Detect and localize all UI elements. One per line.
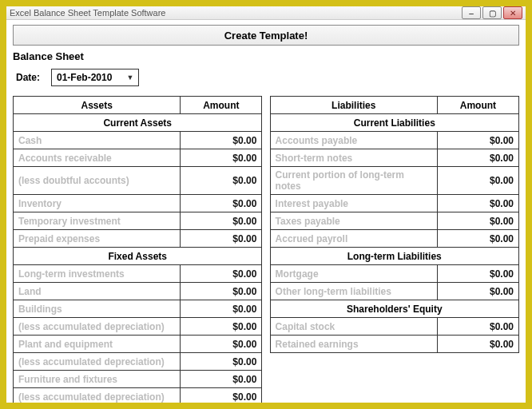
other-lt-amount: $0.00 <box>437 283 518 300</box>
amount-header-right: Amount <box>437 97 518 114</box>
less-dep2-amount: $0.00 <box>181 353 262 371</box>
row-furniture: Furniture and fixtures <box>14 371 181 388</box>
row-doubtful: (less doubtful accounts) <box>14 167 181 195</box>
amount-header-left: Amount <box>181 97 262 114</box>
assets-header: Assets <box>14 97 181 114</box>
cur-lt-amount: $0.00 <box>437 167 518 195</box>
buildings-amount: $0.00 <box>181 300 262 318</box>
table-row: Temporary investment $0.00 Taxes payable… <box>14 212 519 230</box>
row-accrued: Accrued payroll <box>270 230 437 248</box>
doubtful-amount: $0.00 <box>181 167 262 195</box>
minimize-button[interactable]: – <box>462 6 481 19</box>
table-row: (less accumulated depreciation) $0.00 <box>14 353 519 371</box>
table-row: Furniture and fixtures $0.00 <box>14 371 519 388</box>
prepaid-amount: $0.00 <box>181 230 262 248</box>
row-acct-payable: Accounts payable <box>270 132 437 149</box>
table-row: Inventory $0.00 Interest payable $0.00 <box>14 195 519 212</box>
table-row: Buildings $0.00 Shareholders' Equity <box>14 300 519 318</box>
row-lt-invest: Long-term investments <box>14 265 181 283</box>
ar-amount: $0.00 <box>181 149 262 167</box>
titlebar: Excel Balance Sheet Template Software – … <box>6 6 526 20</box>
acct-payable-amount: $0.00 <box>437 132 518 149</box>
date-picker[interactable]: 01-Feb-2010 ▼ <box>51 69 139 86</box>
row-less-dep1: (less accumulated depreciation) <box>14 318 181 336</box>
taxes-amount: $0.00 <box>437 212 518 230</box>
row-land: Land <box>14 283 181 300</box>
window-title: Excel Balance Sheet Template Software <box>10 8 462 18</box>
window-controls: – ▢ ✕ <box>462 6 522 19</box>
balance-sheet-table: Assets Amount Liabilities Amount Current… <box>13 96 519 406</box>
table-row: Long-term investments $0.00 Mortgage $0.… <box>14 265 519 283</box>
group-row-current: Current Assets Current Liabilities <box>14 114 519 132</box>
table-row: (less accumulated depreciation) $0.00 Ca… <box>14 318 519 336</box>
inventory-amount: $0.00 <box>181 195 262 212</box>
liabilities-header: Liabilities <box>270 97 437 114</box>
date-row: Date: 01-Feb-2010 ▼ <box>16 69 519 86</box>
close-button[interactable]: ✕ <box>503 6 522 19</box>
table-row: (less doubtful accounts) $0.00 Current p… <box>14 167 519 195</box>
row-plant-equip: Plant and equipment <box>14 336 181 353</box>
row-inventory: Inventory <box>14 195 181 212</box>
short-notes-amount: $0.00 <box>437 149 518 167</box>
maximize-button[interactable]: ▢ <box>482 6 502 19</box>
group-row-fixed: Fixed Assets Long-term Liabilities <box>14 248 519 265</box>
table-row: Plant and equipment $0.00 Retained earni… <box>14 336 519 353</box>
minimize-icon: – <box>469 9 474 18</box>
retained-amount: $0.00 <box>437 336 518 353</box>
plant-equip-amount: $0.00 <box>181 336 262 353</box>
row-ar: Accounts receivable <box>14 149 181 167</box>
row-retained: Retained earnings <box>270 336 437 353</box>
shareholders-equity-group: Shareholders' Equity <box>270 300 518 318</box>
table-row: Accounts receivable $0.00 Short-term not… <box>14 149 519 167</box>
maximize-icon: ▢ <box>489 9 496 18</box>
row-taxes: Taxes payable <box>270 212 437 230</box>
fixed-assets-group: Fixed Assets <box>14 248 262 265</box>
mortgage-amount: $0.00 <box>437 265 518 283</box>
row-capital-stock: Capital stock <box>270 318 437 336</box>
content-area: Create Template! Balance Sheet Date: 01-… <box>6 20 526 409</box>
lt-invest-amount: $0.00 <box>181 265 262 283</box>
app-window: Excel Balance Sheet Template Software – … <box>6 6 526 403</box>
temp-invest-amount: $0.00 <box>181 212 262 230</box>
date-label: Date: <box>16 72 40 83</box>
row-less-dep2: (less accumulated depreciation) <box>14 353 181 371</box>
furniture-amount: $0.00 <box>181 371 262 388</box>
row-cur-lt: Current portion of long-term notes <box>270 167 437 195</box>
table-row: (less accumulated depreciation) $0.00 <box>14 388 519 406</box>
row-less-dep3: (less accumulated depreciation) <box>14 388 181 406</box>
table-row: Prepaid expenses $0.00 Accrued payroll $… <box>14 230 519 248</box>
accrued-amount: $0.00 <box>437 230 518 248</box>
table-row: Land $0.00 Other long-term liabilities $… <box>14 283 519 300</box>
close-icon: ✕ <box>510 9 516 18</box>
row-short-notes: Short-term notes <box>270 149 437 167</box>
sheet-title: Balance Sheet <box>13 50 519 62</box>
int-payable-amount: $0.00 <box>437 195 518 212</box>
row-other-lt: Other long-term liabilities <box>270 283 437 300</box>
row-mortgage: Mortgage <box>270 265 437 283</box>
lt-liabilities-group: Long-term Liabilities <box>270 248 518 265</box>
table-row: Cash $0.00 Accounts payable $0.00 <box>14 132 519 149</box>
current-liabilities-group: Current Liabilities <box>270 114 518 132</box>
create-template-button[interactable]: Create Template! <box>13 25 519 46</box>
land-amount: $0.00 <box>181 283 262 300</box>
less-dep1-amount: $0.00 <box>181 318 262 336</box>
current-assets-group: Current Assets <box>14 114 262 132</box>
cash-amount: $0.00 <box>181 132 262 149</box>
capital-stock-amount: $0.00 <box>437 318 518 336</box>
row-prepaid: Prepaid expenses <box>14 230 181 248</box>
row-buildings: Buildings <box>14 300 181 318</box>
less-dep3-amount: $0.00 <box>181 388 262 406</box>
row-int-payable: Interest payable <box>270 195 437 212</box>
chevron-down-icon: ▼ <box>124 70 137 85</box>
row-cash: Cash <box>14 132 181 149</box>
date-value: 01-Feb-2010 <box>57 72 112 83</box>
row-temp-invest: Temporary investment <box>14 212 181 230</box>
header-row: Assets Amount Liabilities Amount <box>14 97 519 114</box>
